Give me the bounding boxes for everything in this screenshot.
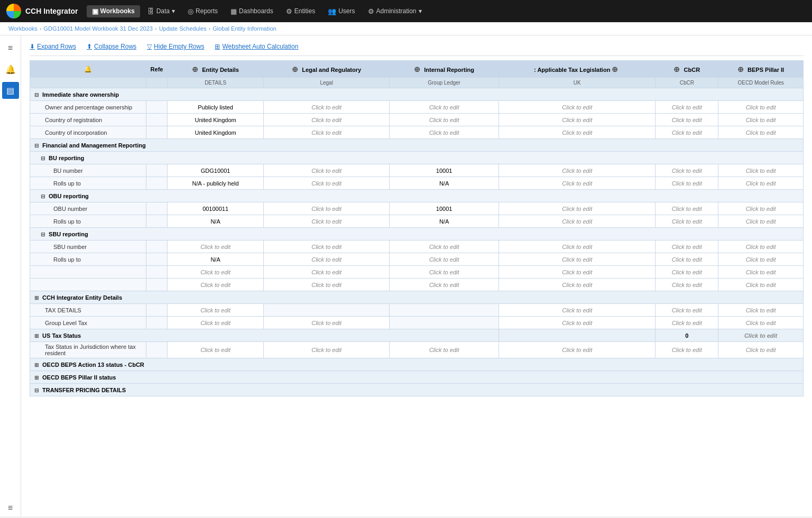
- sidebar-layers2-icon[interactable]: ≡: [2, 500, 19, 516]
- nav-reports[interactable]: ◎ Reports: [182, 5, 223, 17]
- cell-countryreg-tax[interactable]: Click to edit: [499, 114, 656, 126]
- section-oecd-cbcr-expand-icon[interactable]: ⊞: [34, 362, 39, 368]
- cell-countryreg-internal[interactable]: Click to edit: [390, 114, 499, 126]
- expand-beps-icon[interactable]: ⊕: [737, 65, 744, 73]
- cell-sbu-extra1-internal[interactable]: Click to edit: [390, 266, 499, 279]
- nav-users[interactable]: 👥 Users: [322, 5, 360, 17]
- cell-tax-juris-cbcr[interactable]: Click to edit: [656, 342, 718, 358]
- cell-tax-juris-beps[interactable]: Click to edit: [718, 342, 804, 358]
- section-transfer-pricing-expand-icon[interactable]: ⊟: [34, 387, 39, 393]
- cell-group-tax-entity[interactable]: Click to edit: [168, 317, 264, 329]
- cell-bu-rolls-tax[interactable]: Click to edit: [499, 177, 656, 190]
- cell-sbu-rolls-details[interactable]: N/A: [168, 253, 264, 266]
- cell-sbu-extra1-details[interactable]: Click to edit: [168, 266, 264, 279]
- cell-us-tax-beps[interactable]: Click to edit: [718, 329, 804, 342]
- cell-tax-details-cbcr[interactable]: Click to edit: [656, 304, 718, 317]
- nav-dashboards[interactable]: ▦ Dashboards: [225, 5, 279, 17]
- cell-sbu-extra1-legal[interactable]: Click to edit: [264, 266, 390, 279]
- hide-empty-rows-button[interactable]: ▽ Hide Empty Rows: [147, 43, 204, 50]
- cell-sbu-number-tax[interactable]: Click to edit: [499, 240, 656, 253]
- section-sbu-expand-icon[interactable]: ⊟: [41, 232, 45, 237]
- websheet-auto-calc-button[interactable]: ⊞ Websheet Auto Calculation: [215, 43, 298, 50]
- cell-obu-rolls-beps[interactable]: Click to edit: [718, 215, 804, 228]
- cell-sbu-rolls-tax[interactable]: Click to edit: [499, 253, 656, 266]
- cell-sbu-extra1-cbcr[interactable]: Click to edit: [656, 266, 718, 279]
- cell-bu-number-legal[interactable]: Click to edit: [264, 164, 390, 177]
- cell-obu-number-cbcr[interactable]: Click to edit: [656, 202, 718, 215]
- cell-group-tax-tax[interactable]: Click to edit: [499, 317, 656, 329]
- cell-tax-details-beps[interactable]: Click to edit: [718, 304, 804, 317]
- expand-entity-icon[interactable]: ⊕: [192, 65, 198, 73]
- sidebar-bell-icon[interactable]: 🔔: [2, 61, 19, 78]
- cell-sbu-number-details[interactable]: Click to edit: [168, 240, 264, 253]
- cell-bu-rolls-internal[interactable]: N/A: [390, 177, 499, 190]
- section-us-tax-expand-icon[interactable]: ⊞: [34, 333, 39, 339]
- cell-owner-tax[interactable]: Click to edit: [499, 101, 656, 114]
- cell-sbu-extra2-internal[interactable]: Click to edit: [390, 279, 499, 291]
- cell-sbu-rolls-cbcr[interactable]: Click to edit: [656, 253, 718, 266]
- section-cch-expand-icon[interactable]: ⊞: [34, 295, 39, 301]
- expand-tax-icon[interactable]: ⊕: [612, 65, 618, 73]
- cell-countryinc-details[interactable]: United Kingdom: [168, 126, 264, 139]
- nav-workbooks[interactable]: ▣ Workbooks: [87, 5, 140, 17]
- cell-group-tax-cbcr[interactable]: Click to edit: [656, 317, 718, 329]
- cell-bu-number-details[interactable]: GDG10001: [168, 164, 264, 177]
- cell-sbu-extra2-legal[interactable]: Click to edit: [264, 279, 390, 291]
- cell-countryinc-legal[interactable]: Click to edit: [264, 126, 390, 139]
- section-bu-expand-icon[interactable]: ⊟: [41, 155, 45, 161]
- cell-countryinc-tax[interactable]: Click to edit: [499, 126, 656, 139]
- collapse-rows-button[interactable]: ⬆ Collapse Rows: [87, 43, 136, 50]
- cell-bu-number-cbcr[interactable]: Click to edit: [656, 164, 718, 177]
- cell-tax-juris-legal[interactable]: Click to edit: [264, 342, 390, 358]
- cell-obu-rolls-cbcr[interactable]: Click to edit: [656, 215, 718, 228]
- cell-obu-number-tax[interactable]: Click to edit: [499, 202, 656, 215]
- sidebar-grid-icon[interactable]: ▤: [2, 82, 19, 99]
- cell-countryreg-legal[interactable]: Click to edit: [264, 114, 390, 126]
- nav-administration[interactable]: ⚙ Administration ▾: [363, 5, 427, 17]
- cell-owner-legal[interactable]: Click to edit: [264, 101, 390, 114]
- cell-obu-rolls-legal[interactable]: Click to edit: [264, 215, 390, 228]
- cell-countryinc-cbcr[interactable]: Click to edit: [656, 126, 718, 139]
- expand-rows-button[interactable]: ⬇ Expand Rows: [30, 43, 76, 50]
- cell-countryreg-details[interactable]: United Kingdom: [168, 114, 264, 126]
- breadcrumb-global-entity[interactable]: Global Entity Information: [213, 25, 276, 32]
- cell-tax-details-entity[interactable]: Click to edit: [168, 304, 264, 317]
- cell-bu-number-tax[interactable]: Click to edit: [499, 164, 656, 177]
- cell-sbu-extra2-cbcr[interactable]: Click to edit: [656, 279, 718, 291]
- section-financial-expand-icon[interactable]: ⊟: [34, 143, 39, 149]
- cell-bu-rolls-legal[interactable]: Click to edit: [264, 177, 390, 190]
- cell-sbu-rolls-beps[interactable]: Click to edit: [718, 253, 804, 266]
- breadcrumb-workbooks[interactable]: Workbooks: [8, 25, 38, 32]
- cell-bu-number-internal[interactable]: 10001: [390, 164, 499, 177]
- cell-obu-rolls-tax[interactable]: Click to edit: [499, 215, 656, 228]
- cell-sbu-number-internal[interactable]: Click to edit: [390, 240, 499, 253]
- cell-sbu-number-beps[interactable]: Click to edit: [718, 240, 804, 253]
- sidebar-layers-icon[interactable]: ≡: [2, 40, 19, 57]
- cell-bu-rolls-details[interactable]: N/A - publicly held: [168, 177, 264, 190]
- cell-countryreg-beps[interactable]: Click to edit: [718, 114, 804, 126]
- cell-obu-number-internal[interactable]: 10001: [390, 202, 499, 215]
- cell-sbu-extra1-beps[interactable]: Click to edit: [718, 266, 804, 279]
- section-obu-expand-icon[interactable]: ⊟: [41, 193, 45, 199]
- cell-obu-number-legal[interactable]: Click to edit: [264, 202, 390, 215]
- cell-tax-juris-tax[interactable]: Click to edit: [499, 342, 656, 358]
- cell-owner-cbcr[interactable]: Click to edit: [656, 101, 718, 114]
- cell-owner-details[interactable]: Publicly listed: [168, 101, 264, 114]
- cell-tax-details-tax[interactable]: Click to edit: [499, 304, 656, 317]
- cell-us-tax-cbcr[interactable]: 0: [656, 329, 718, 342]
- cell-sbu-extra2-details[interactable]: Click to edit: [168, 279, 264, 291]
- cell-group-tax-beps[interactable]: Click to edit: [718, 317, 804, 329]
- nav-data[interactable]: 🗄 Data ▾: [142, 5, 180, 17]
- cell-tax-juris-internal[interactable]: Click to edit: [390, 342, 499, 358]
- cell-obu-rolls-details[interactable]: N/A: [168, 215, 264, 228]
- cell-owner-beps[interactable]: Click to edit: [718, 101, 804, 114]
- expand-cbcr-icon[interactable]: ⊕: [673, 65, 680, 73]
- cell-sbu-extra2-beps[interactable]: Click to edit: [718, 279, 804, 291]
- cell-countryinc-internal[interactable]: Click to edit: [390, 126, 499, 139]
- cell-bu-number-beps[interactable]: Click to edit: [718, 164, 804, 177]
- cell-sbu-rolls-internal[interactable]: Click to edit: [390, 253, 499, 266]
- cell-tax-juris-entity[interactable]: Click to edit: [168, 342, 264, 358]
- cell-sbu-rolls-legal[interactable]: Click to edit: [264, 253, 390, 266]
- cell-bu-rolls-cbcr[interactable]: Click to edit: [656, 177, 718, 190]
- cell-obu-number-beps[interactable]: Click to edit: [718, 202, 804, 215]
